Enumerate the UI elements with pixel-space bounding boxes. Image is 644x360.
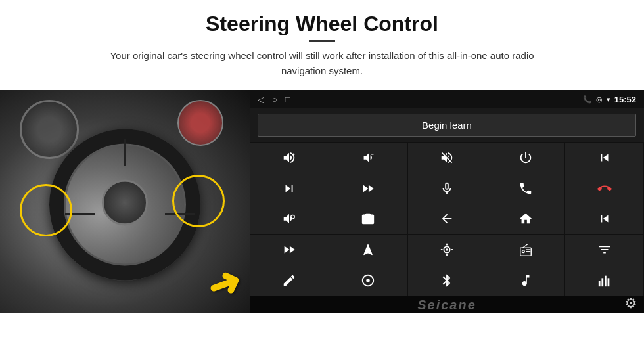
status-bar-nav: ◁ ○ □ [258, 95, 290, 104]
page-title: Steering Wheel Control [39, 12, 605, 36]
clock-display: 15:52 [614, 95, 636, 104]
svg-point-14 [366, 279, 370, 282]
location-icon: ◎ [596, 95, 603, 104]
speedometer-left [20, 100, 79, 159]
camera-360-button[interactable]: 360° [329, 204, 407, 235]
back-button[interactable] [408, 204, 486, 235]
arrow-indicator: ➜ [200, 257, 247, 311]
svg-rect-18 [607, 278, 609, 286]
power-button[interactable] [486, 143, 564, 173]
begin-learn-button[interactable]: Begin learn [258, 114, 636, 137]
equalizer-button[interactable] [565, 235, 643, 265]
radio-button[interactable] [486, 235, 564, 265]
highlight-circle-left [20, 184, 72, 236]
svg-rect-16 [601, 278, 603, 286]
steering-wheel-center [102, 179, 148, 225]
microphone-button[interactable] [408, 173, 486, 204]
speedometer-right [177, 100, 223, 146]
svg-text:−: − [371, 152, 374, 158]
svg-rect-15 [598, 281, 600, 286]
vol-down-button[interactable]: − [329, 143, 407, 173]
ff-skip-button[interactable] [329, 173, 407, 204]
home-button[interactable] [486, 204, 564, 235]
audio-bars-button[interactable] [565, 265, 643, 296]
prev-track-button[interactable] [565, 143, 643, 173]
navigation-button[interactable] [329, 235, 407, 265]
content-row: ➜ ◁ ○ □ 📞 ◎ ▾ 15:52 Begin [0, 90, 644, 360]
begin-learn-row: Begin learn [250, 108, 644, 142]
svg-text:+: + [292, 152, 295, 158]
bluetooth-button[interactable] [408, 265, 486, 296]
pen-button[interactable] [250, 265, 329, 296]
seicane-watermark: Seicane [417, 298, 476, 313]
settings-gear-icon[interactable]: ⚙ [624, 295, 637, 312]
subtitle-text: Your original car's steering wheel contr… [92, 49, 552, 78]
home-nav-icon[interactable]: ○ [272, 95, 277, 104]
title-divider [309, 40, 335, 42]
settings-button[interactable] [329, 265, 407, 296]
wifi-icon: ▾ [607, 95, 610, 104]
vol-up-button[interactable]: + [250, 143, 329, 173]
svg-point-5 [446, 248, 448, 251]
watermark-bar: Seicane ⚙ [250, 296, 644, 313]
svg-text:360°: 360° [366, 221, 373, 225]
header-section: Steering Wheel Control Your original car… [0, 0, 644, 85]
svg-rect-17 [605, 276, 607, 287]
fast-forward-button[interactable] [250, 235, 329, 265]
spoke-top [124, 139, 126, 166]
svg-point-2 [291, 215, 295, 219]
horn-button[interactable] [250, 204, 329, 235]
recents-nav-icon[interactable]: □ [285, 95, 290, 104]
mute-button[interactable] [408, 143, 486, 173]
highlight-circle-right [172, 175, 225, 227]
hang-up-button[interactable] [565, 173, 643, 204]
steering-wheel-image: ➜ [0, 90, 250, 313]
status-bar: ◁ ○ □ 📞 ◎ ▾ 15:52 [250, 90, 644, 108]
rewind-button[interactable] [565, 204, 643, 235]
next-track-button[interactable] [250, 173, 329, 204]
music-button[interactable] [486, 265, 564, 296]
call-button[interactable] [486, 173, 564, 204]
phone-signal-icon: 📞 [583, 95, 592, 104]
source-button[interactable] [408, 235, 486, 265]
android-head-unit: ◁ ○ □ 📞 ◎ ▾ 15:52 Begin learn + [250, 90, 644, 313]
status-bar-info: 📞 ◎ ▾ 15:52 [583, 95, 636, 104]
svg-point-11 [522, 250, 524, 253]
control-grid: + − [250, 142, 644, 296]
back-nav-icon[interactable]: ◁ [258, 95, 264, 104]
